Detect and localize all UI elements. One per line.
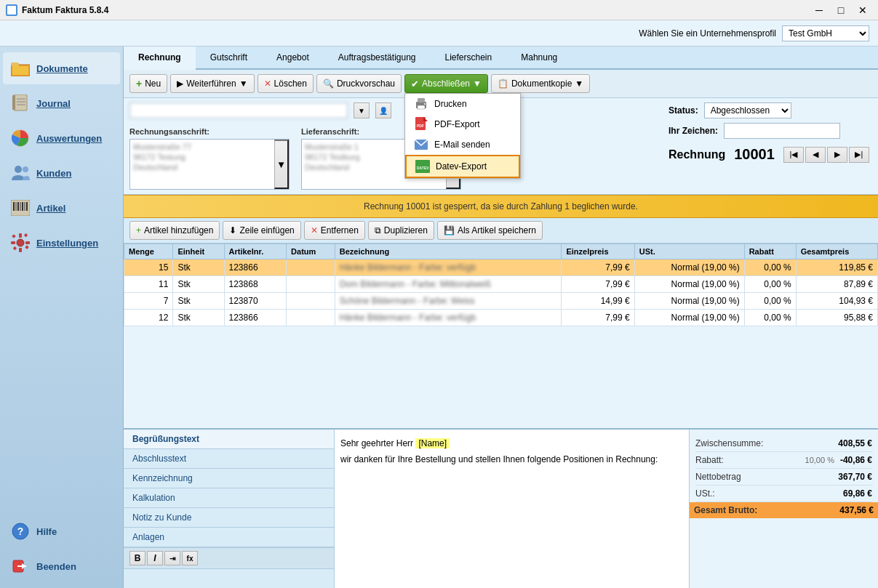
svg-text:?: ?	[17, 525, 24, 537]
remove-icon: ✕	[311, 225, 318, 235]
tab-mahnung[interactable]: Mahnung	[506, 47, 572, 70]
status-label: Status:	[669, 105, 698, 116]
als-artikel-speichern-btn[interactable]: 💾 Als Artikel speichern	[437, 221, 543, 240]
rechnungsanschrift-label: Rechnungsanschrift:	[129, 127, 290, 136]
printer-icon	[414, 98, 428, 110]
nav-next-btn[interactable]: ▶	[827, 147, 847, 163]
zeile-einfuegen-btn[interactable]: ⬇ Zeile einfügen	[223, 221, 300, 240]
dropdown-item-email-senden[interactable]: E-Mail senden	[405, 134, 520, 155]
email-icon	[414, 139, 428, 150]
company-select[interactable]: Test GmbH	[782, 25, 869, 41]
rechnungsanschrift-select-btn[interactable]: ▼	[274, 140, 289, 189]
col-ust: USt.	[634, 244, 744, 259]
sidebar-item-journal[interactable]: Journal	[3, 87, 120, 119]
svg-rect-0	[7, 6, 16, 15]
text-tabs: Begrüßungstext Abschlusstext Kennzeichnu…	[124, 430, 334, 547]
svg-point-11	[15, 166, 22, 173]
datev-icon: DATEV	[415, 161, 430, 172]
sidebar-item-kunden[interactable]: Kunden	[3, 157, 120, 189]
plus-icon: +	[136, 78, 142, 89]
sidebar: Dokumente Journal Auswertungen Kunden Ar…	[0, 47, 124, 588]
dropdown-label-pdf: PDF-Export	[434, 119, 480, 129]
pdf-icon: PDF	[414, 118, 428, 130]
svg-rect-3	[11, 63, 19, 66]
dropdown-item-datev-export[interactable]: DATEV Datev-Export	[405, 155, 520, 178]
address-columns: Rechnungsanschrift: Musterstraße 77 9817…	[129, 127, 657, 190]
save-article-icon: 💾	[444, 225, 455, 235]
table-row[interactable]: 7Stk123870Schöne Bildermann - Farbe: Wei…	[124, 293, 878, 310]
minimize-button[interactable]: ─	[810, 3, 829, 17]
tab-gutschrift[interactable]: Gutschrift	[196, 47, 262, 70]
table-row[interactable]: 11Stk123868Dom Bildermann - Farbe: Mitti…	[124, 276, 878, 293]
rechnung-label: Rechnung	[669, 148, 725, 161]
sidebar-item-beenden[interactable]: Beenden	[3, 550, 120, 582]
table-row[interactable]: 15Stk123866Hänke Bildermann - Farbe: ver…	[124, 259, 878, 276]
svg-rect-22	[19, 233, 22, 238]
nav-prev-btn[interactable]: ◀	[805, 147, 826, 163]
kunde-dropdown-btn[interactable]: ▼	[354, 102, 370, 118]
gear-icon	[10, 233, 31, 253]
nav-last-btn[interactable]: ▶|	[849, 147, 869, 163]
text-tab-kennzeichnung[interactable]: Kennzeichnung	[124, 469, 334, 488]
nav-first-btn[interactable]: |◀	[783, 147, 804, 163]
abschliessen-button[interactable]: ✔ Abschließen ▼	[404, 74, 488, 93]
ihr-zeichen-label: Ihr Zeichen:	[669, 126, 718, 136]
rechnungsanschrift-col: Rechnungsanschrift: Musterstraße 77 9817…	[129, 127, 290, 190]
dropdown-item-pdf-export[interactable]: PDF PDF-Export	[405, 114, 520, 134]
neu-button[interactable]: + Neu	[129, 74, 167, 93]
sidebar-item-artikel[interactable]: Artikel	[3, 192, 120, 224]
text-tab-abschlusstext[interactable]: Abschlusstext	[124, 449, 334, 469]
bottom-area: Begrüßungstext Abschlusstext Kennzeichnu…	[124, 428, 878, 588]
indent-btn[interactable]: ⇥	[164, 551, 180, 565]
formula-btn[interactable]: fx	[182, 551, 198, 565]
content-area: Rechnung Gutschrift Angebot Auftragsbest…	[124, 47, 878, 588]
loeschen-button[interactable]: ✕ Löschen	[258, 74, 314, 93]
italic-btn[interactable]: I	[147, 551, 163, 565]
dropdown-label-datev: Datev-Export	[436, 161, 487, 172]
dropdown-item-drucken[interactable]: Drucken	[405, 94, 520, 114]
text-tab-kalkulation[interactable]: Kalkulation	[124, 488, 334, 508]
sidebar-label-dokumente: Dokumente	[36, 63, 88, 74]
dropdown-label-drucken: Drucken	[434, 99, 467, 109]
tab-lieferschein[interactable]: Lieferschein	[431, 47, 507, 70]
kunde-info-btn[interactable]: 👤	[375, 102, 391, 118]
editor-content[interactable]: Sehr geehrter Herr [Name] wir danken für…	[340, 435, 683, 467]
greeting-line: Sehr geehrter Herr [Name]	[340, 438, 683, 448]
kunde-input[interactable]	[129, 102, 348, 118]
dokumentkopie-button[interactable]: 📋 Dokumentkopie ▼	[491, 74, 590, 93]
table-row[interactable]: 12Stk123866Hänke Bildermann - Farbe: ver…	[124, 310, 878, 326]
duplicate-icon: ⧉	[375, 225, 381, 235]
ust-row: USt.: 69,86 €	[695, 486, 872, 502]
sidebar-item-auswertungen[interactable]: Auswertungen	[3, 122, 120, 154]
sidebar-item-dokumente[interactable]: Dokumente	[3, 52, 120, 84]
text-tab-begrussungstext[interactable]: Begrüßungstext	[124, 430, 334, 449]
warning-bar: Rechnung 10001 ist gesperrt, da sie durc…	[124, 195, 878, 218]
svg-rect-28	[13, 246, 17, 251]
sidebar-item-hilfe[interactable]: ? Hilfe	[3, 515, 120, 547]
dropdown-arrow-dokumentkopie: ▼	[575, 78, 583, 89]
druckvorschau-button[interactable]: 🔍 Druckvorschau	[316, 74, 402, 93]
tab-auftragsbestaetigung[interactable]: Auftragsbestätigung	[324, 47, 431, 70]
entfernen-btn[interactable]: ✕ Entfernen	[304, 221, 365, 240]
sidebar-label-journal: Journal	[36, 98, 71, 109]
svg-rect-29	[25, 245, 29, 249]
tab-angebot[interactable]: Angebot	[262, 47, 324, 70]
items-table: Menge Einheit Artikelnr. Datum Bezeichnu…	[124, 243, 878, 326]
ihr-zeichen-input[interactable]	[724, 123, 840, 139]
maximize-button[interactable]: □	[831, 3, 850, 17]
artikel-hinzufuegen-btn[interactable]: + Artikel hinzufügen	[129, 221, 220, 240]
weiterfuehren-button[interactable]: ▶ Weiterführen ▼	[170, 74, 254, 93]
svg-rect-6	[12, 95, 15, 110]
bold-btn[interactable]: B	[129, 551, 145, 565]
sidebar-item-einstellungen[interactable]: Einstellungen	[3, 227, 120, 259]
close-button[interactable]: ✕	[853, 3, 872, 17]
col-gesamtpreis: Gesamtpreis	[796, 244, 877, 259]
duplizieren-btn[interactable]: ⧉ Duplizieren	[368, 221, 434, 240]
text-tab-anlagen[interactable]: Anlagen	[124, 528, 334, 547]
status-select[interactable]: Abgeschlossen	[704, 102, 791, 118]
svg-rect-23	[19, 248, 22, 252]
sidebar-label-hilfe: Hilfe	[36, 526, 57, 537]
svg-rect-27	[24, 233, 28, 237]
tab-rechnung[interactable]: Rechnung	[124, 47, 196, 70]
text-tab-notiz-zu-kunde[interactable]: Notiz zu Kunde	[124, 508, 334, 528]
